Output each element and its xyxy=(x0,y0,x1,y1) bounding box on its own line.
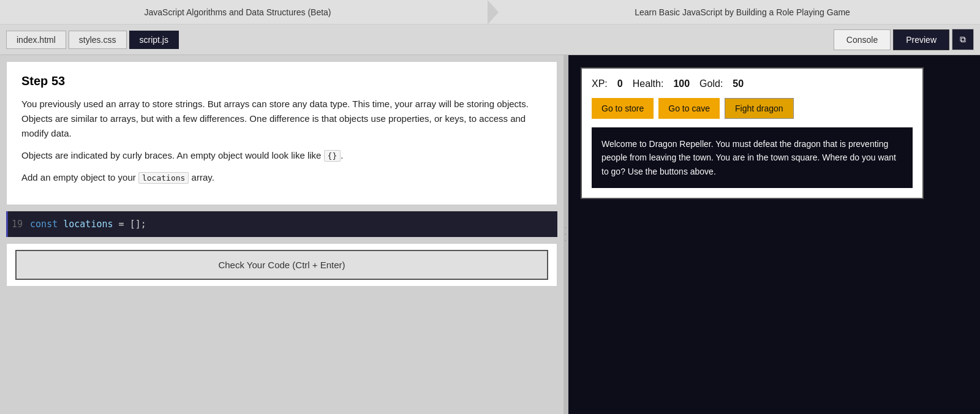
game-box: XP: 0 Health: 100 Gold: 50 Go to store G… xyxy=(581,67,924,199)
copy-icon-button[interactable]: ⧉ xyxy=(952,29,974,50)
game-description: Welcome to Dragon Repeller. You must def… xyxy=(592,127,913,188)
check-code-button[interactable]: Check Your Code (Ctrl + Enter) xyxy=(15,250,548,280)
breadcrumb-bar: JavaScript Algorithms and Data Structure… xyxy=(0,0,980,24)
game-description-text: Welcome to Dragon Repeller. You must def… xyxy=(601,139,896,176)
instruction-para1: You previously used an array to store st… xyxy=(21,97,542,141)
instruction-para3: Add an empty object to your locations ar… xyxy=(21,170,542,185)
health-value: 100 xyxy=(673,78,690,89)
tab-script-js[interactable]: script.js xyxy=(129,31,179,49)
gold-label: Gold: xyxy=(699,78,723,89)
instruction-para2-text: Objects are indicated by curly braces. A… xyxy=(21,150,305,160)
tab-index-html[interactable]: index.html xyxy=(6,31,66,49)
instruction-box: Step 53 You previously used an array to … xyxy=(6,61,557,205)
preview-button[interactable]: Preview xyxy=(893,29,949,50)
breadcrumb-right: Learn Basic JavaScript by Building a Rol… xyxy=(505,7,980,17)
code-editor-line: 19 const locations = []; xyxy=(6,211,557,237)
xp-label: XP: xyxy=(592,78,608,89)
go-to-cave-button[interactable]: Go to cave xyxy=(658,98,720,119)
breadcrumb-arrow xyxy=(488,0,499,24)
check-code-container: Check Your Code (Ctrl + Enter) xyxy=(6,243,557,287)
go-to-store-button[interactable]: Go to store xyxy=(592,98,654,119)
fight-dragon-button[interactable]: Fight dragon xyxy=(725,98,794,119)
code-content: const locations = []; xyxy=(28,217,149,231)
left-panel: Step 53 You previously used an array to … xyxy=(0,55,564,414)
lesson-title: Learn Basic JavaScript by Building a Rol… xyxy=(635,7,850,17)
code-variable: locations xyxy=(63,219,113,230)
health-label: Health: xyxy=(633,78,664,89)
xp-value: 0 xyxy=(617,78,623,89)
period: . xyxy=(341,150,343,160)
code-keyword: const xyxy=(30,219,58,230)
gold-value: 50 xyxy=(733,78,744,89)
right-panel: XP: 0 Health: 100 Gold: 50 Go to store G… xyxy=(568,55,980,414)
resize-handle[interactable]: · · · xyxy=(564,55,568,414)
instruction-para2: Objects are indicated by curly braces. A… xyxy=(21,148,542,163)
game-action-buttons: Go to store Go to cave Fight dragon xyxy=(592,98,913,119)
course-title: JavaScript Algorithms and Data Structure… xyxy=(144,7,331,17)
copy-icon: ⧉ xyxy=(960,34,966,44)
step-heading: Step 53 xyxy=(21,74,542,88)
locations-code: locations xyxy=(138,172,189,184)
empty-object-code: {} xyxy=(324,150,341,162)
line-number: 19 xyxy=(8,219,28,230)
tab-bar: index.html styles.css script.js Console … xyxy=(0,24,980,55)
game-stats: XP: 0 Health: 100 Gold: 50 xyxy=(592,78,913,89)
breadcrumb-left: JavaScript Algorithms and Data Structure… xyxy=(0,7,488,17)
main-content: Step 53 You previously used an array to … xyxy=(0,55,980,414)
tab-styles-css[interactable]: styles.css xyxy=(69,31,127,49)
instruction-para2-like: like xyxy=(307,150,324,160)
instruction-para3-pre: Add an empty object to your xyxy=(21,172,136,183)
instruction-para3-post: array. xyxy=(192,172,214,183)
console-button[interactable]: Console xyxy=(834,29,891,50)
